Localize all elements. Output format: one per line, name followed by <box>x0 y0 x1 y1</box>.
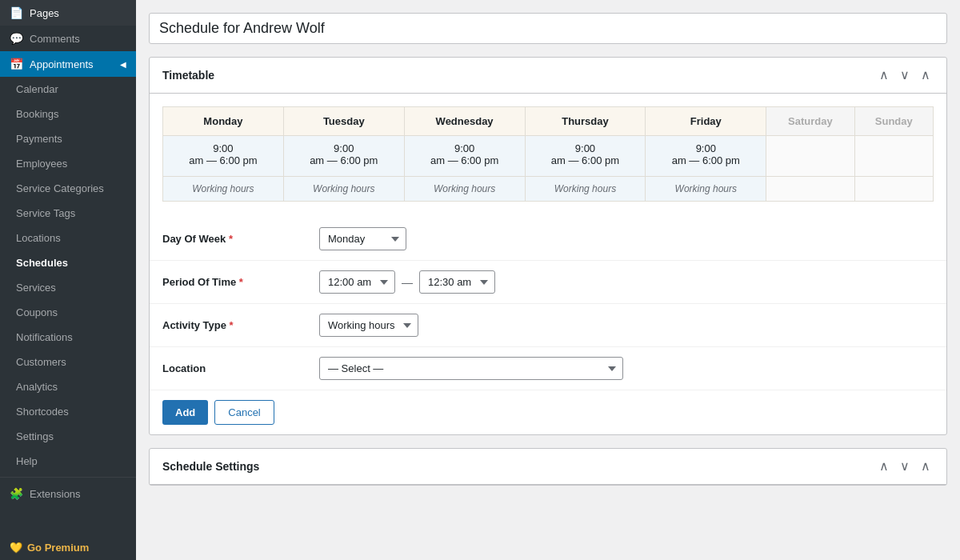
period-start-select[interactable]: 12:00 am 12:30 am 1:00 am <box>319 270 395 294</box>
day-header-wednesday: Wednesday <box>404 107 525 136</box>
period-inputs: 12:00 am 12:30 am 1:00 am — 12:30 am 1:0… <box>319 270 495 294</box>
slot-sunday-time <box>854 136 933 177</box>
sidebar-item-appointments[interactable]: 📅 Appointments ◀ <box>0 51 136 77</box>
schedule-settings-controls: ∧ ∨ ∧ <box>876 458 934 474</box>
slot-tuesday-time: 9:00am — 6:00 pm <box>283 136 404 177</box>
day-of-week-wrapper: Monday Tuesday Wednesday Thursday Friday… <box>319 227 406 250</box>
page-title-input[interactable] <box>149 13 947 44</box>
day-header-thursday: Thursday <box>525 107 646 136</box>
day-header-monday: Monday <box>163 107 284 136</box>
sidebar-item-calendar[interactable]: Calendar <box>0 77 136 102</box>
day-required-asterisk: * <box>229 233 233 245</box>
activity-type-select[interactable]: Working hours Break <box>319 314 418 337</box>
period-required-asterisk: * <box>239 276 243 288</box>
day-of-week-select[interactable]: Monday Tuesday Wednesday Thursday Friday… <box>319 227 406 250</box>
slot-wednesday-label: Working hours <box>404 177 525 202</box>
settings-toggle[interactable]: ∧ <box>918 458 934 474</box>
sidebar-label-customers: Customers <box>16 356 66 368</box>
extensions-icon: 🧩 <box>10 487 23 500</box>
timetable-card: Timetable ∧ ∨ ∧ Monday Tuesday Wednesday… <box>149 57 947 435</box>
day-header-friday: Friday <box>646 107 766 136</box>
sidebar-label-comments: Comments <box>30 33 80 45</box>
sidebar-label-analytics: Analytics <box>16 381 58 393</box>
sidebar-item-bookings[interactable]: Bookings <box>0 102 136 126</box>
slot-thursday-label: Working hours <box>525 177 646 202</box>
sidebar-item-analytics[interactable]: Analytics <box>0 374 136 399</box>
sidebar-label-schedules: Schedules <box>16 257 68 269</box>
sidebar-item-employees[interactable]: Employees <box>0 151 136 176</box>
activity-type-row: Activity Type * Working hours Break <box>150 303 946 346</box>
sidebar-item-comments[interactable]: 💬 Comments <box>0 26 136 51</box>
sidebar-label-service-categories: Service Categories <box>16 182 104 194</box>
sidebar-label-settings: Settings <box>16 430 54 442</box>
timetable-collapse-down[interactable]: ∨ <box>897 67 913 83</box>
day-header-tuesday: Tuesday <box>283 107 404 136</box>
sidebar-item-customers[interactable]: Customers <box>0 350 136 374</box>
location-row: Location — Select — <box>150 346 946 390</box>
premium-icon: 💛 <box>10 542 22 554</box>
sidebar-label-notifications: Notifications <box>16 331 73 343</box>
sidebar-label-help: Help <box>16 455 38 467</box>
location-label: Location <box>162 362 306 374</box>
slot-tuesday-label: Working hours <box>283 177 404 202</box>
sidebar-item-pages[interactable]: 📄 Pages <box>0 0 136 26</box>
sidebar-item-shortcodes[interactable]: Shortcodes <box>0 399 136 424</box>
timetable-controls: ∧ ∨ ∧ <box>876 67 934 83</box>
day-of-week-label: Day Of Week * <box>162 233 306 245</box>
period-dash: — <box>402 276 413 289</box>
add-button[interactable]: Add <box>162 400 208 425</box>
sidebar-item-service-categories[interactable]: Service Categories <box>0 176 136 201</box>
comments-icon: 💬 <box>10 32 23 45</box>
sidebar-label-locations: Locations <box>16 232 61 244</box>
go-premium-button[interactable]: 💛 Go Premium <box>0 535 136 560</box>
schedule-settings-header: Schedule Settings ∧ ∨ ∧ <box>150 449 946 485</box>
sidebar-label-calendar: Calendar <box>16 83 58 95</box>
sidebar-item-settings[interactable]: Settings <box>0 424 136 449</box>
period-end-wrapper: 12:30 am 1:00 am 1:30 am <box>419 270 495 294</box>
settings-collapse-up[interactable]: ∧ <box>876 458 892 474</box>
timetable-collapse-up[interactable]: ∧ <box>876 67 892 83</box>
sidebar-label-bookings: Bookings <box>16 108 58 120</box>
sidebar-label-services: Services <box>16 282 56 294</box>
day-header-saturday: Saturday <box>766 107 854 136</box>
slot-saturday-time <box>766 136 854 177</box>
cancel-button[interactable]: Cancel <box>214 400 274 425</box>
period-label: Period Of Time * <box>162 276 306 288</box>
period-start-wrapper: 12:00 am 12:30 am 1:00 am <box>319 270 395 294</box>
location-select-wrapper: — Select — <box>319 357 623 380</box>
sidebar-item-services[interactable]: Services <box>0 275 136 300</box>
slot-friday-time: 9:00am — 6:00 pm <box>646 136 766 177</box>
timetable-header: Timetable ∧ ∨ ∧ <box>150 58 946 94</box>
form-buttons: Add Cancel <box>150 390 946 434</box>
day-of-week-row: Day Of Week * Monday Tuesday Wednesday T… <box>150 218 946 260</box>
sidebar-label-appointments: Appointments <box>30 58 94 70</box>
sidebar-item-coupons[interactable]: Coupons <box>0 300 136 325</box>
appointments-arrow: ◀ <box>120 60 126 69</box>
sidebar-divider <box>0 477 136 478</box>
slot-thursday-time: 9:00am — 6:00 pm <box>525 136 646 177</box>
period-end-select[interactable]: 12:30 am 1:00 am 1:30 am <box>419 270 495 294</box>
sidebar-label-payments: Payments <box>16 133 62 145</box>
sidebar-label-employees: Employees <box>16 158 67 170</box>
timetable-table: Monday Tuesday Wednesday Thursday Friday… <box>162 106 934 202</box>
settings-collapse-down[interactable]: ∨ <box>897 458 913 474</box>
sidebar-item-locations[interactable]: Locations <box>0 226 136 250</box>
sidebar-item-extensions[interactable]: 🧩 Extensions <box>0 481 136 506</box>
pages-icon: 📄 <box>10 6 23 19</box>
activity-required-asterisk: * <box>230 319 234 331</box>
sidebar-label-extensions: Extensions <box>30 488 81 500</box>
main-content: Timetable ∧ ∨ ∧ Monday Tuesday Wednesday… <box>136 0 960 560</box>
sidebar-item-payments[interactable]: Payments <box>0 126 136 151</box>
sidebar-item-service-tags[interactable]: Service Tags <box>0 201 136 226</box>
timetable-toggle[interactable]: ∧ <box>918 67 934 83</box>
sidebar-label-shortcodes: Shortcodes <box>16 406 69 418</box>
location-select[interactable]: — Select — <box>319 357 623 380</box>
day-header-sunday: Sunday <box>854 107 933 136</box>
period-of-time-row: Period Of Time * 12:00 am 12:30 am 1:00 … <box>150 260 946 303</box>
activity-select-wrapper: Working hours Break <box>319 314 418 337</box>
sidebar-item-schedules[interactable]: Schedules <box>0 250 136 275</box>
sidebar-item-notifications[interactable]: Notifications <box>0 325 136 350</box>
sidebar-item-help[interactable]: Help <box>0 449 136 474</box>
appointments-icon: 📅 <box>10 58 23 70</box>
sidebar-label-coupons: Coupons <box>16 306 58 318</box>
